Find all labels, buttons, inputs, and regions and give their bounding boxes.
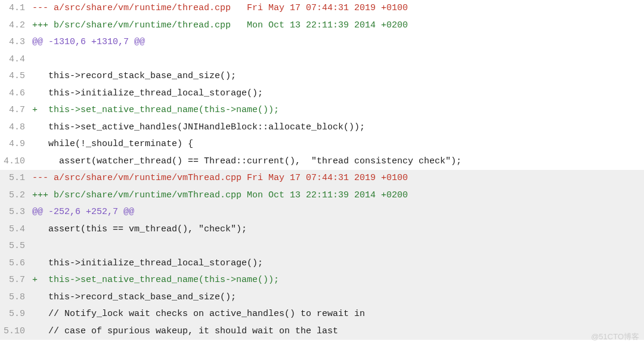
diff-line: 5.9 // Notify_lock wait checks on active… [0,306,644,323]
line-content: --- a/src/share/vm/runtime/thread.cpp Fr… [30,0,644,17]
line-number: 4.1 [0,0,30,17]
diff-line: 5.5 [0,238,644,255]
line-content: @@ -252,6 +252,7 @@ [30,204,644,221]
diff-line: 4.10 assert(watcher_thread() == Thread::… [0,153,644,171]
line-number: 4.7 [0,102,30,119]
line-content: + this->set_native_thread_name(this->nam… [30,272,644,289]
diff-line: 4.9 while(!_should_terminate) { [0,136,644,153]
line-content: this->initialize_thread_local_storage(); [30,85,644,103]
diff-line: 5.4 assert(this == vm_thread(), "check")… [0,221,644,238]
line-number: 5.5 [0,238,30,255]
diff-line: 5.8 this->record_stack_base_and_size(); [0,289,644,306]
line-number: 4.2 [0,17,30,35]
diff-line: 5.6 this->initialize_thread_local_storag… [0,255,644,272]
line-content: +++ b/src/share/vm/runtime/vmThread.cpp … [30,187,644,205]
diff-line: 4.1--- a/src/share/vm/runtime/thread.cpp… [0,0,644,17]
line-content: assert(this == vm_thread(), "check"); [30,221,644,238]
line-number: 4.9 [0,136,30,153]
line-content: this->record_stack_base_and_size(); [30,289,644,306]
line-number: 5.7 [0,272,30,289]
diff-line: 4.8 this->set_active_handles(JNIHandleBl… [0,119,644,137]
line-content [30,238,644,255]
diff-line: 4.5 this->record_stack_base_and_size(); [0,68,644,85]
diff-line: 5.2+++ b/src/share/vm/runtime/vmThread.c… [0,187,644,205]
line-content: --- a/src/share/vm/runtime/vmThread.cpp … [30,170,644,187]
line-number: 4.5 [0,68,30,85]
line-content: +++ b/src/share/vm/runtime/thread.cpp Mo… [30,17,644,35]
line-number: 4.3 [0,34,30,51]
line-number: 5.2 [0,187,30,205]
diff-line: 4.2+++ b/src/share/vm/runtime/thread.cpp… [0,17,644,35]
line-number: 5.6 [0,255,30,272]
diff-container: 4.1--- a/src/share/vm/runtime/thread.cpp… [0,0,644,340]
line-number: 5.10 [0,323,30,340]
line-content [30,51,644,69]
diff-line: 5.10 // case of spurious wakeup, it shou… [0,323,644,340]
line-number: 4.4 [0,51,30,69]
line-content: assert(watcher_thread() == Thread::curre… [30,153,644,171]
line-content: this->initialize_thread_local_storage(); [30,255,644,272]
diff-line: 4.7+ this->set_native_thread_name(this->… [0,102,644,119]
line-content: + this->set_native_thread_name(this->nam… [30,102,644,119]
line-content: @@ -1310,6 +1310,7 @@ [30,34,644,51]
diff-line: 4.6 this->initialize_thread_local_storag… [0,85,644,103]
line-content: this->record_stack_base_and_size(); [30,68,644,85]
watermark: @51CTO博客 [591,330,639,345]
line-number: 4.6 [0,85,30,103]
line-content: while(!_should_terminate) { [30,136,644,153]
diff-line: 5.1--- a/src/share/vm/runtime/vmThread.c… [0,170,644,187]
line-number: 5.9 [0,306,30,323]
line-number: 5.4 [0,221,30,238]
line-number: 4.8 [0,119,30,137]
line-content: // Notify_lock wait checks on active_han… [30,306,644,323]
diff-line: 5.3@@ -252,6 +252,7 @@ [0,204,644,221]
line-number: 5.3 [0,204,30,221]
line-content: // case of spurious wakeup, it should wa… [30,323,644,340]
line-number: 4.10 [0,153,30,171]
diff-line: 4.3@@ -1310,6 +1310,7 @@ [0,34,644,51]
diff-line: 4.4 [0,51,644,69]
line-content: this->set_active_handles(JNIHandleBlock:… [30,119,644,137]
diff-line: 5.7+ this->set_native_thread_name(this->… [0,272,644,289]
line-number: 5.8 [0,289,30,306]
line-number: 5.1 [0,170,30,187]
